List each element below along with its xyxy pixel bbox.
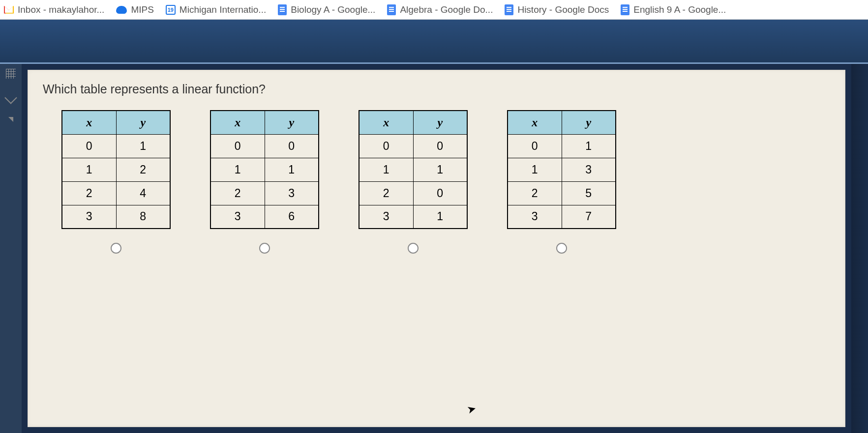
right-shadow <box>851 64 868 433</box>
cell: 8 <box>116 205 170 229</box>
header-x: x <box>508 111 562 134</box>
bookmark-label: English 9 A - Google... <box>633 4 726 15</box>
left-toolbar <box>0 64 22 433</box>
radio-option-4[interactable] <box>556 243 567 254</box>
cell: 3 <box>562 158 616 181</box>
table-3: x y 00 11 20 31 <box>359 110 468 229</box>
cell: 3 <box>359 205 413 229</box>
cloud-icon <box>116 6 127 14</box>
option-3: x y 00 11 20 31 <box>359 110 468 254</box>
cell: 2 <box>62 181 116 205</box>
bookmark-label: Michigan Internatio... <box>180 4 266 15</box>
header-x: x <box>359 111 413 134</box>
table-1: x y 01 12 24 38 <box>61 110 171 229</box>
table-2: x y 00 11 23 36 <box>210 110 319 229</box>
header-x: x <box>210 111 265 134</box>
cell: 1 <box>413 205 467 229</box>
cell: 0 <box>413 134 467 158</box>
cell: 1 <box>265 158 319 181</box>
option-4: x y 01 13 25 37 <box>507 110 616 254</box>
cell: 3 <box>210 205 265 229</box>
grid-icon[interactable] <box>6 69 16 79</box>
radio-option-2[interactable] <box>259 243 270 254</box>
bookmark-biology[interactable]: Biology A - Google... <box>278 4 375 15</box>
cell: 3 <box>62 205 116 229</box>
cell: 1 <box>508 158 562 181</box>
content-wrapper: Which table represents a linear function… <box>0 64 868 433</box>
radio-option-1[interactable] <box>111 243 121 254</box>
bookmarks-bar: Inbox - makaylahor... MIPS 19 Michigan I… <box>0 0 868 20</box>
header-x: x <box>62 111 116 134</box>
cell: 3 <box>508 205 562 229</box>
gmail-icon <box>4 6 14 14</box>
calendar-icon: 19 <box>166 5 176 15</box>
bookmark-label: MIPS <box>131 4 153 15</box>
bookmark-label: Biology A - Google... <box>291 4 375 15</box>
option-1: x y 01 12 24 38 <box>61 110 171 254</box>
bookmark-label: Inbox - makaylahor... <box>18 4 104 15</box>
triangle-icon[interactable] <box>8 117 13 122</box>
question-panel: Which table represents a linear function… <box>28 70 845 427</box>
cell: 1 <box>210 158 265 181</box>
cell: 2 <box>359 181 413 205</box>
options-row: x y 01 12 24 38 x y 00 11 <box>43 110 830 254</box>
question-text: Which table represents a linear function… <box>43 82 830 96</box>
bookmark-label: Algebra - Google Do... <box>400 4 493 15</box>
cell: 0 <box>359 134 413 158</box>
pencil-icon[interactable] <box>4 91 17 104</box>
app-header-bar <box>0 20 868 64</box>
cell: 2 <box>210 181 265 205</box>
bookmark-inbox[interactable]: Inbox - makaylahor... <box>4 4 104 15</box>
bookmark-english[interactable]: English 9 A - Google... <box>621 4 726 15</box>
cell: 6 <box>265 205 319 229</box>
cell: 0 <box>508 134 562 158</box>
cell: 0 <box>265 134 319 158</box>
header-y: y <box>562 111 616 134</box>
bookmark-history[interactable]: History - Google Docs <box>505 4 609 15</box>
bookmark-michigan[interactable]: 19 Michigan Internatio... <box>166 4 266 15</box>
cell: 2 <box>116 158 170 181</box>
bookmark-label: History - Google Docs <box>517 4 609 15</box>
docs-icon <box>387 4 396 15</box>
docs-icon <box>505 4 513 15</box>
header-y: y <box>116 111 170 134</box>
radio-option-3[interactable] <box>408 243 419 254</box>
cell: 0 <box>413 181 467 205</box>
cell: 7 <box>562 205 616 229</box>
docs-icon <box>278 4 287 15</box>
header-y: y <box>413 111 467 134</box>
docs-icon <box>621 4 629 15</box>
header-y: y <box>265 111 319 134</box>
cell: 0 <box>210 134 265 158</box>
bookmark-algebra[interactable]: Algebra - Google Do... <box>387 4 493 15</box>
cell: 2 <box>508 181 562 205</box>
cell: 5 <box>562 181 616 205</box>
cell: 1 <box>413 158 467 181</box>
cell: 1 <box>359 158 413 181</box>
bookmark-mips[interactable]: MIPS <box>116 4 153 15</box>
cell: 1 <box>62 158 116 181</box>
cell: 3 <box>265 181 319 205</box>
cell: 1 <box>562 134 616 158</box>
option-2: x y 00 11 23 36 <box>210 110 319 254</box>
table-4: x y 01 13 25 37 <box>507 110 616 229</box>
cell: 1 <box>116 134 170 158</box>
cell: 0 <box>62 134 116 158</box>
cell: 4 <box>116 181 170 205</box>
